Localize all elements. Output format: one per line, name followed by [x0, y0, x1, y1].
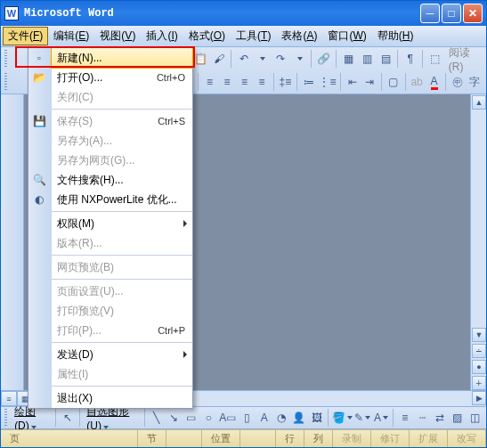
- picture-icon[interactable]: 🖼: [309, 408, 325, 428]
- asian-layout-icon[interactable]: ㊥: [450, 72, 466, 92]
- menu-item: 打印(P)...Ctrl+P: [52, 321, 192, 340]
- undo-icon[interactable]: ↶: [235, 49, 252, 69]
- show-marks-icon[interactable]: ¶: [402, 49, 418, 69]
- justify-icon[interactable]: ≡: [254, 72, 270, 92]
- highlight-icon[interactable]: ab: [409, 72, 425, 92]
- excel-icon[interactable]: ▤: [377, 49, 394, 69]
- menu-item: 版本(R)...: [52, 233, 192, 253]
- menu-item: 💾保存(S)Ctrl+S: [52, 111, 192, 131]
- menu-item-label: 发送(D): [52, 347, 192, 362]
- vertical-textbox-icon[interactable]: ▯: [239, 408, 255, 428]
- doc-map-icon[interactable]: ⬚: [426, 49, 443, 69]
- menu-item[interactable]: ▫新建(N)...: [52, 48, 192, 68]
- status-rec[interactable]: 录制: [333, 430, 371, 447]
- menu-format[interactable]: 格式(O): [183, 27, 231, 45]
- dropdown-icon-strip: [28, 48, 52, 408]
- toolbar-grip-2[interactable]: [4, 73, 7, 91]
- shadow-icon[interactable]: ▨: [450, 408, 466, 428]
- rectangle-icon[interactable]: ▭: [183, 408, 199, 428]
- wordart-icon[interactable]: A: [256, 408, 272, 428]
- align-left-icon[interactable]: ≡: [202, 72, 218, 92]
- toolbar-grip-3[interactable]: [4, 409, 7, 427]
- maximize-button[interactable]: □: [442, 4, 461, 23]
- format-painter-icon[interactable]: 🖌: [211, 49, 228, 69]
- menu-help[interactable]: 帮助(H): [372, 27, 419, 45]
- browse-next-icon[interactable]: ∔: [472, 376, 486, 390]
- browse-prev-icon[interactable]: ∸: [472, 344, 486, 358]
- menu-item-label: 打印(P)...: [52, 323, 158, 338]
- fill-color-icon[interactable]: 🪣: [332, 408, 352, 428]
- scroll-down-icon[interactable]: ▼: [472, 328, 486, 342]
- status-page: 页: [1, 430, 138, 447]
- menu-file[interactable]: 文件(F): [3, 27, 48, 45]
- redo-icon[interactable]: ↷: [272, 49, 289, 69]
- textbox-icon[interactable]: A▭: [218, 408, 237, 428]
- minimize-button[interactable]: ─: [420, 4, 440, 23]
- menu-item-label: 打印预览(V): [52, 304, 192, 319]
- status-ext[interactable]: 扩展: [410, 430, 448, 447]
- menu-separator: [52, 211, 192, 212]
- undo-dropdown[interactable]: [254, 49, 271, 69]
- menu-item-label: 网页预览(B): [52, 260, 192, 275]
- word-app-icon: W: [4, 6, 19, 20]
- phonetic-icon[interactable]: 字: [467, 72, 483, 92]
- hyperlink-icon[interactable]: 🔗: [315, 49, 332, 69]
- status-ovr[interactable]: 改写: [448, 430, 486, 447]
- scroll-right-icon[interactable]: ▶: [472, 391, 486, 405]
- menu-item[interactable]: 🔍文件搜索(H)...: [52, 170, 192, 190]
- browse-object-icon[interactable]: ●: [472, 360, 486, 374]
- menu-view[interactable]: 视图(V): [94, 27, 141, 45]
- window-title: Microsoft Word: [24, 7, 420, 20]
- open-icon: 📂: [32, 70, 46, 85]
- menu-item-label: 新建(N)...: [52, 51, 192, 66]
- diagram-icon[interactable]: ◔: [273, 408, 289, 428]
- menu-insert[interactable]: 插入(I): [141, 27, 183, 45]
- oval-icon[interactable]: ○: [201, 408, 217, 428]
- increase-indent-icon[interactable]: ⇥: [362, 72, 378, 92]
- menu-item-label: 关闭(C): [52, 90, 192, 105]
- menu-item-label: 打开(O)...: [52, 70, 157, 86]
- reading-mode-button[interactable]: 阅读(R): [445, 45, 483, 73]
- numbering-icon[interactable]: ≔: [301, 72, 317, 92]
- close-button[interactable]: ✕: [463, 4, 483, 23]
- menu-item[interactable]: 📂打开(O)...Ctrl+O: [52, 68, 192, 87]
- menu-edit[interactable]: 编辑(E): [48, 27, 94, 45]
- line-spacing-icon[interactable]: ‡≡: [278, 72, 294, 92]
- menu-item-label: 文件搜索(H)...: [52, 173, 192, 188]
- bullets-icon[interactable]: ⋮≡: [318, 72, 337, 92]
- nx-icon: ◐: [32, 192, 46, 207]
- menu-table[interactable]: 表格(A): [276, 27, 322, 45]
- line-icon[interactable]: ╲: [149, 408, 165, 428]
- border-icon[interactable]: ▢: [386, 72, 402, 92]
- menu-tools[interactable]: 工具(T): [231, 27, 276, 45]
- decrease-indent-icon[interactable]: ⇤: [345, 72, 361, 92]
- redo-dropdown[interactable]: [291, 49, 308, 69]
- scroll-up-icon[interactable]: ▲: [472, 95, 486, 110]
- arrow-style-icon[interactable]: ⇄: [432, 408, 448, 428]
- menu-item-label: 属性(I): [52, 367, 192, 382]
- dash-style-icon[interactable]: ┄: [415, 408, 431, 428]
- insert-table-icon[interactable]: ▥: [359, 49, 376, 69]
- menu-item-label: 保存(S): [52, 114, 158, 129]
- tables-borders-icon[interactable]: ▦: [340, 49, 357, 69]
- clipart-icon[interactable]: 👤: [291, 408, 307, 428]
- menu-window[interactable]: 窗口(W): [322, 27, 371, 45]
- menu-item[interactable]: 发送(D): [52, 345, 192, 364]
- align-right-icon[interactable]: ≡: [237, 72, 253, 92]
- menu-item-label: 使用 NXPowerLite 优化...: [52, 192, 192, 208]
- align-center-icon[interactable]: ≡: [219, 72, 235, 92]
- menu-item[interactable]: ◐使用 NXPowerLite 优化...: [52, 190, 192, 209]
- status-trk[interactable]: 修订: [371, 430, 410, 447]
- vertical-scrollbar[interactable]: ▲ ▼ ∸ ● ∔: [470, 94, 486, 390]
- select-objects-icon[interactable]: ↖: [60, 408, 76, 428]
- font-color-draw-icon[interactable]: A: [373, 408, 389, 428]
- line-color-icon[interactable]: ✎: [353, 408, 371, 428]
- 3d-icon[interactable]: ◫: [467, 408, 483, 428]
- menu-item[interactable]: 退出(X): [52, 388, 192, 408]
- toolbar-grip[interactable]: [4, 50, 7, 68]
- menu-item[interactable]: 权限(M): [52, 214, 192, 233]
- paste-icon[interactable]: 📋: [192, 49, 209, 69]
- font-color-icon[interactable]: A: [426, 72, 442, 92]
- arrow-icon[interactable]: ↘: [166, 408, 182, 428]
- line-style-icon[interactable]: ≡: [397, 408, 413, 428]
